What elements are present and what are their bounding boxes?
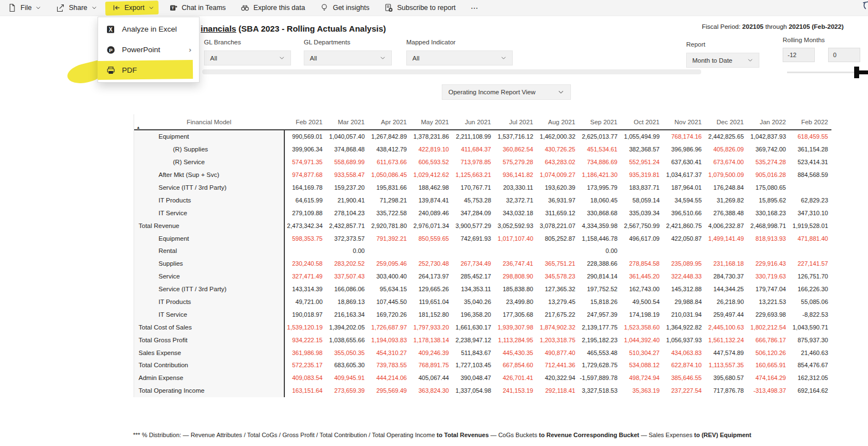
column-header-aug-2021[interactable]: Aug 2021 [537, 114, 579, 129]
cell: 558,689.99 [326, 159, 368, 165]
cell: 173,995.79 [579, 184, 621, 191]
cell: 510,304.27 [621, 349, 663, 356]
cell: 2,468,998.71 [747, 222, 789, 229]
column-header-nov-2021[interactable]: Nov 2021 [663, 114, 705, 129]
cell: 411,684.37 [452, 146, 494, 153]
rolling-months-max-input[interactable]: 0 [828, 48, 860, 62]
table-row: Rental0.000.00 [134, 245, 831, 257]
toolbar-item-label: File [21, 4, 32, 12]
cell: 399,906.34 [284, 146, 326, 153]
column-header-oct-2021[interactable]: Oct 2021 [621, 114, 663, 129]
table-row: IT Products64,615.9921,900.4171,298.2113… [134, 194, 831, 206]
cell: 240,089.46 [410, 210, 452, 216]
cell: 311,659.12 [537, 210, 579, 216]
chevron-right-icon: › [189, 45, 191, 54]
powerbi-report-window: FileShareExportTChat in TeamsExplore thi… [0, 0, 868, 446]
gl-branches-dropdown[interactable]: All [204, 50, 291, 65]
column-header-mar-2021[interactable]: Mar 2021 [326, 114, 368, 129]
cell: 36,931.97 [537, 197, 579, 204]
cell: 183,837.71 [621, 184, 663, 191]
dropdown-value: All [310, 55, 317, 62]
svg-text:PDF: PDF [109, 72, 113, 74]
row-label: IT Products [134, 296, 284, 308]
cell: 188,462.98 [410, 184, 452, 191]
row-label: Rental [134, 245, 284, 257]
cell: 247,957.39 [579, 311, 621, 318]
row-label: (R) Service [134, 156, 284, 169]
column-header-apr-2021[interactable]: Apr 2021 [368, 114, 410, 129]
cell: 166,086.06 [326, 286, 368, 292]
table-row: Equipment598,353.75372,373.57791,392.218… [134, 232, 831, 245]
cell: 1,125,663.21 [452, 171, 494, 178]
cell: 451,534.61 [579, 146, 621, 153]
cell: 71,298.21 [368, 197, 410, 204]
fiscal-period-from: 202105 [742, 23, 763, 30]
cell: 15,818.26 [579, 298, 621, 305]
column-header-jun-2021[interactable]: Jun 2021 [452, 114, 494, 129]
report-dropdown[interactable]: Month to Date [686, 53, 759, 68]
cell: 1,561,132.24 [705, 337, 747, 343]
cell: 252,730.48 [410, 260, 452, 267]
cell: 2,139,177.75 [579, 324, 621, 331]
edge-cursor-artifact-icon [862, 1, 868, 11]
cell: 935,319.81 [621, 171, 663, 178]
rolling-months-min-input[interactable]: -12 [783, 48, 815, 62]
column-header-feb-2021[interactable]: Feb 2021 [284, 114, 326, 129]
column-header-may-2021[interactable]: May 2021 [410, 114, 452, 129]
cell: 273,659.39 [326, 387, 368, 394]
cell: 396,510.66 [663, 210, 705, 216]
cell: 129,665.26 [410, 286, 452, 292]
cell: 278,104.23 [326, 210, 368, 216]
chevron-down-icon [747, 57, 753, 63]
menu-item-analyze-in-excel[interactable]: XAnalyze in Excel [98, 19, 199, 39]
cell: 933,558.47 [326, 171, 368, 178]
toolbar-item-explore-this-data[interactable]: Explore this data [241, 3, 305, 12]
cell: 347,284.09 [452, 210, 494, 216]
toolbar-item-chat-in-teams[interactable]: TChat in Teams [169, 3, 226, 12]
row-label: After Mkt (Sup + Svc) [134, 169, 284, 181]
teams-icon: T [169, 3, 178, 12]
matrix-corner-header[interactable]: Financial Model [134, 114, 284, 129]
fiscal-period: Fiscal Period: 202105 through 202105 (Fe… [702, 23, 844, 30]
report-view-dropdown[interactable]: Operating Income Report View [442, 84, 571, 100]
column-header-sep-2021[interactable]: Sep 2021 [579, 114, 621, 129]
pdf-icon: PDF [106, 65, 116, 75]
column-header-dec-2021[interactable]: Dec 2021 [705, 114, 747, 129]
cell: 2,920,781.80 [368, 222, 410, 229]
cell: 259,497.44 [705, 311, 747, 318]
toolbar-item-subscribe-to-report[interactable]: Subscribe to report [384, 3, 456, 12]
footnote-segment: — Sales Expenses [639, 432, 694, 438]
toolbar-item-export[interactable]: Export [112, 3, 154, 12]
page-title-link: inancials [201, 24, 236, 33]
cell: 235,089.95 [663, 260, 705, 267]
filter-pane-scrollbar[interactable] [202, 69, 701, 74]
cell: 2,195,182.23 [579, 337, 621, 343]
menu-item-powerpoint[interactable]: PPowerPoint› [98, 39, 199, 60]
toolbar-item-share[interactable]: Share [56, 3, 96, 12]
cell: 490,877.40 [537, 349, 579, 356]
toolbar-item-more[interactable]: ⋯ [471, 3, 479, 12]
row-label: Equipment [134, 130, 284, 143]
table-row: Total Gross Profit934,222.151,038,655.66… [134, 333, 831, 346]
cell: 552,951.24 [621, 159, 663, 165]
column-header-feb-2022[interactable]: Feb 2022 [789, 114, 831, 129]
sort-ascending-icon[interactable]: ▲ [136, 125, 140, 129]
rolling-months-label: Rolling Months [783, 37, 860, 43]
cell: 1,729,628.75 [579, 362, 621, 368]
table-row: Equipment990,569.011,040,057.401,267,842… [134, 130, 831, 143]
cell: 1,523,358.60 [621, 324, 663, 331]
toolbar-item-label: ⋯ [471, 3, 479, 12]
cell: 734,886.69 [579, 159, 621, 165]
cell: 176,248.84 [705, 184, 747, 191]
gl-departments-dropdown[interactable]: All [304, 50, 392, 65]
cell: 805,252.87 [537, 235, 579, 242]
toolbar-item-get-insights[interactable]: Get insights [320, 3, 369, 12]
menu-item-pdf[interactable]: PDFPDF [98, 60, 199, 80]
mapped-indicator-dropdown[interactable]: All [406, 50, 513, 65]
column-header-jul-2021[interactable]: Jul 2021 [494, 114, 537, 129]
toolbar-item-file[interactable]: File [8, 3, 41, 12]
column-header-jan-2022[interactable]: Jan 2022 [747, 114, 789, 129]
cell: 166,226.30 [789, 286, 831, 292]
cell: 622,874.10 [663, 362, 705, 368]
cell: 162,312.05 [789, 374, 831, 381]
